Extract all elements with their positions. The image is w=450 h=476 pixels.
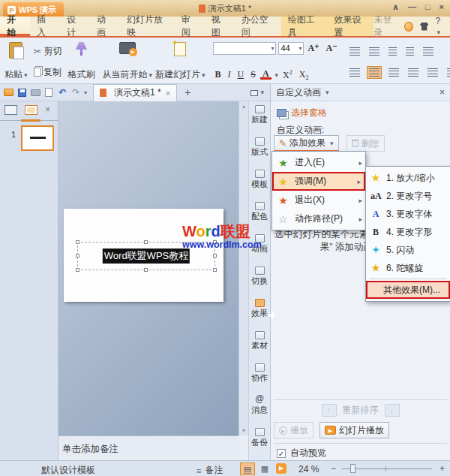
move-up-button[interactable]: ↑ xyxy=(322,404,337,417)
skin-icon[interactable] xyxy=(420,23,428,31)
sidebar-item-layout[interactable]: 版式 xyxy=(249,134,270,166)
play-button[interactable]: ▶ 播放 xyxy=(274,422,314,438)
open-icon[interactable] xyxy=(3,88,14,98)
panel-close-icon[interactable]: × xyxy=(440,87,445,98)
sidebar-item-new[interactable]: 新建 xyxy=(249,101,270,134)
bullets-icon[interactable] xyxy=(347,45,362,58)
slide-thumbnail[interactable] xyxy=(21,125,54,151)
print-icon[interactable] xyxy=(30,88,40,98)
menu-item-exit[interactable]: ★ 退出(X) ▸ xyxy=(272,191,365,209)
align-center-icon[interactable] xyxy=(367,66,382,79)
tab-drawing-tools[interactable]: 绘图工具 xyxy=(281,17,328,36)
auto-preview-checkbox[interactable]: ✓ xyxy=(277,449,286,458)
sidebar-item-template[interactable]: 模板 xyxy=(249,166,270,198)
submenu-item-spin[interactable]: ★ 6. 陀螺旋 xyxy=(366,259,450,277)
sidebar-item-collaborate[interactable]: 协作 xyxy=(249,360,270,392)
tab-review[interactable]: 审阅 xyxy=(175,17,205,36)
tab-home[interactable]: 开始 xyxy=(0,17,30,36)
subscript-button[interactable]: X2 xyxy=(297,69,311,81)
decrease-font-button[interactable]: A⁻ xyxy=(324,43,340,54)
text-direction-icon[interactable] xyxy=(421,45,436,58)
quickbar-dropdown-icon[interactable]: ▾ xyxy=(84,89,87,96)
resize-handle[interactable] xyxy=(213,268,217,272)
tab-design[interactable]: 设计 xyxy=(60,17,90,36)
sidebar-item-backup[interactable]: 备份 xyxy=(249,424,270,456)
normal-view-icon[interactable]: ▤ xyxy=(240,462,255,475)
selection-pane-link[interactable]: 选择窗格 xyxy=(277,107,327,119)
design-template-label[interactable]: 默认设计模板 xyxy=(41,464,95,476)
tab-effect-settings[interactable]: 效果设置 xyxy=(328,17,374,36)
maximize-icon[interactable]: □ xyxy=(425,2,430,12)
submenu-item-change-font-style[interactable]: B 4. 更改字形 xyxy=(366,223,450,241)
collapse-ribbon-icon[interactable]: ∧ xyxy=(392,2,399,12)
submenu-item-change-font-size[interactable]: aA 2. 更改字号 xyxy=(366,187,450,205)
sidebar-item-transition[interactable]: 切换 xyxy=(249,263,270,295)
panel-collapse-arrow[interactable] xyxy=(265,312,274,319)
italic-button[interactable]: I xyxy=(226,69,233,80)
document-tab[interactable]: 演示文稿1 * × xyxy=(93,84,177,101)
submenu-item-more-effects[interactable]: 其他效果(M)... xyxy=(366,281,450,299)
slideshow-view-icon[interactable]: ▶ xyxy=(276,463,286,474)
align-right-icon[interactable] xyxy=(386,66,401,79)
numbering-icon[interactable] xyxy=(367,45,382,58)
slides-view-icon[interactable] xyxy=(25,105,38,115)
sidebar-item-material[interactable]: 素材 xyxy=(249,327,270,360)
tab-slideshow[interactable]: 幻灯片放映 xyxy=(120,17,175,36)
resize-handle[interactable] xyxy=(213,254,217,258)
decrease-indent-icon[interactable] xyxy=(386,45,399,58)
login-status[interactable]: 未登录 xyxy=(374,14,398,39)
menu-item-entrance[interactable]: ★ 进入(E) ▸ xyxy=(272,153,365,172)
paste-button[interactable]: 粘贴▾ xyxy=(3,41,29,82)
increase-indent-icon[interactable] xyxy=(404,45,416,58)
undo-icon[interactable]: ↶ xyxy=(57,88,68,98)
tab-view[interactable]: 视图 xyxy=(205,17,235,36)
zoom-slider-handle[interactable] xyxy=(350,464,356,473)
tab-animation[interactable]: 动画 xyxy=(90,17,120,36)
underline-button[interactable]: U xyxy=(236,69,247,80)
tab-insert[interactable]: 插入 xyxy=(30,17,60,36)
justify-icon[interactable] xyxy=(406,66,421,79)
submenu-item-change-font[interactable]: A 3. 更改字体 xyxy=(366,205,450,223)
submenu-item-grow-shrink[interactable]: ★ 1. 放大/缩小 xyxy=(366,169,450,187)
align-left-icon[interactable] xyxy=(347,66,362,79)
tab-list-icon[interactable]: ▾ xyxy=(250,89,264,96)
notes-area[interactable]: 单击添加备注 xyxy=(58,435,238,460)
copy-button[interactable]: 复制 xyxy=(34,63,62,81)
scroll-up-icon[interactable]: ▴ xyxy=(239,103,248,110)
zoom-in-icon[interactable]: + xyxy=(440,463,445,474)
print-preview-icon[interactable] xyxy=(44,88,54,98)
document-tab-close-icon[interactable]: × xyxy=(166,89,170,98)
help-icon[interactable]: ?▾ xyxy=(435,16,444,37)
slideshow-button[interactable]: ▶ 幻灯片播放 xyxy=(320,422,389,438)
redo-icon[interactable]: ↷ xyxy=(70,88,81,98)
move-down-button[interactable]: ↓ xyxy=(385,404,400,417)
zoom-slider-track[interactable] xyxy=(342,468,432,469)
cut-button[interactable]: ✂ 剪切 xyxy=(34,42,62,60)
play-from-current-button[interactable]: 从当前开始▾ xyxy=(100,41,154,82)
scroll-down-icon[interactable]: ▾ xyxy=(239,427,248,434)
new-slide-button[interactable]: 新建幻灯片▾ xyxy=(154,41,207,82)
slide-editing-area[interactable]: Word联盟WPS教程 xyxy=(58,101,238,435)
font-color-dropdown-icon[interactable]: ▾ xyxy=(275,71,279,79)
slide-sorter-view-icon[interactable]: ▦ xyxy=(257,462,272,475)
cloud-icon[interactable] xyxy=(404,22,413,32)
zoom-out-icon[interactable]: − xyxy=(331,463,336,474)
font-family-select[interactable]: ▾ xyxy=(213,42,276,55)
bold-button[interactable]: B xyxy=(213,69,224,80)
delete-button[interactable]: 删除 xyxy=(346,135,385,152)
resize-handle[interactable] xyxy=(144,268,148,272)
resize-handle[interactable] xyxy=(76,268,80,272)
line-spacing-icon[interactable] xyxy=(445,66,450,79)
textbox-text[interactable]: Word联盟WPS教程 xyxy=(103,249,190,264)
auto-preview-option[interactable]: ✓ 自动预览 xyxy=(277,447,326,459)
resize-handle[interactable] xyxy=(76,240,80,244)
menu-item-emphasis[interactable]: ★ 强调(M) ▸ xyxy=(272,172,365,191)
distribute-icon[interactable] xyxy=(425,66,440,79)
resize-handle[interactable] xyxy=(76,254,80,258)
strikethrough-button[interactable]: S xyxy=(248,69,258,80)
outline-view-icon[interactable] xyxy=(4,105,17,115)
menu-item-motion-path[interactable]: ☆ 动作路径(P) ▸ xyxy=(272,209,365,228)
new-tab-button[interactable]: + xyxy=(180,86,195,98)
font-size-select[interactable]: 44▾ xyxy=(278,42,304,55)
minimize-icon[interactable]: — xyxy=(408,2,416,12)
